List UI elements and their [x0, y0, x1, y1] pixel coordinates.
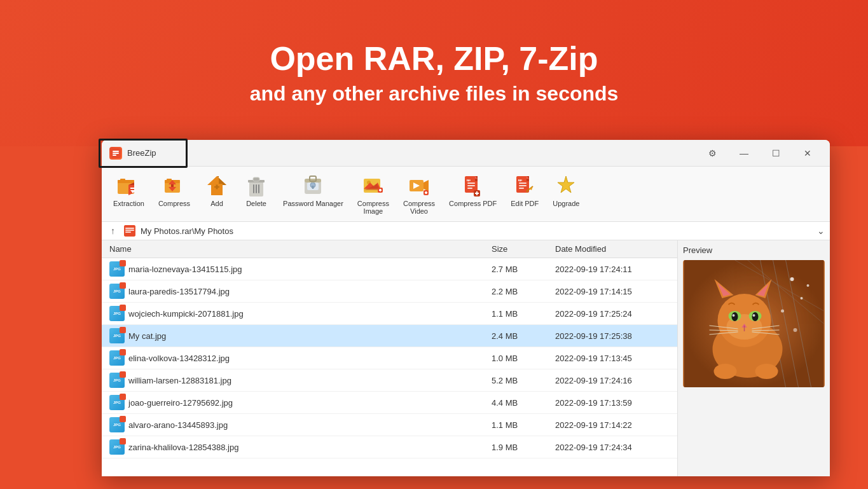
extraction-label: Extraction — [113, 200, 144, 207]
table-row[interactable]: JPG joao-guerreiro-12795692.jpg 4.4 MB 2… — [102, 392, 677, 414]
svg-rect-26 — [258, 184, 259, 193]
app-icon — [109, 147, 122, 160]
close-button[interactable]: ✕ — [793, 144, 822, 163]
file-name-cell: JPG william-larsen-12883181.jpg — [109, 373, 492, 388]
file-icon: JPG — [109, 306, 125, 321]
file-date: 2022-09-19 17:13:45 — [555, 354, 670, 363]
compress-pdf-label: Compress PDF — [449, 200, 497, 207]
file-icon: JPG — [109, 284, 125, 299]
file-date: 2022-09-19 17:14:15 — [555, 287, 670, 296]
svg-point-105 — [807, 284, 809, 287]
compress-pdf-icon: PDF — [460, 173, 486, 198]
toolbar-compress[interactable]: Compress — [152, 170, 196, 210]
table-row[interactable]: JPG laura-paredis-13517794.jpg 2.2 MB 20… — [102, 280, 677, 303]
file-size: 5.2 MB — [492, 376, 555, 385]
column-size: Size — [492, 244, 555, 254]
minimize-button[interactable]: — — [729, 144, 759, 163]
file-name-cell: JPG maria-loznevaya-13415115.jpg — [109, 261, 492, 277]
column-name: Name — [109, 244, 492, 254]
file-name: elina-volkova-13428312.jpg — [128, 354, 230, 363]
file-date: 2022-09-19 17:24:16 — [555, 376, 670, 385]
delete-icon — [244, 173, 269, 198]
table-row-selected[interactable]: JPG My cat.jpg 2.4 MB 2022-09-19 17:25:3… — [102, 325, 677, 347]
svg-point-101 — [755, 364, 778, 379]
table-row[interactable]: JPG zarina-khalilova-12854388.jpg 1.9 MB… — [102, 436, 677, 458]
maximize-button[interactable]: ☐ — [761, 144, 790, 163]
table-row[interactable]: JPG maria-loznevaya-13415115.jpg 2.7 MB … — [102, 258, 677, 280]
settings-button[interactable]: ⚙ — [698, 144, 727, 163]
file-name-cell: JPG laura-paredis-13517794.jpg — [109, 284, 492, 299]
add-icon — [204, 173, 230, 198]
file-date: 2022-09-19 17:14:22 — [555, 420, 670, 430]
toolbar-compress-image[interactable]: CompressImage — [351, 170, 396, 217]
file-name: My cat.jpg — [128, 331, 166, 341]
table-row[interactable]: JPG wojciech-kumpicki-2071881.jpg 1.1 MB… — [102, 303, 677, 325]
svg-point-103 — [801, 297, 803, 300]
svg-rect-30 — [312, 186, 314, 189]
file-name: laura-paredis-13517794.jpg — [128, 287, 230, 296]
compress-image-label: CompressImage — [357, 200, 389, 215]
file-name-cell: JPG elina-volkova-13428312.jpg — [109, 350, 492, 366]
toolbar: Extraction Compress — [102, 167, 830, 222]
svg-point-100 — [714, 364, 737, 379]
svg-rect-70 — [125, 228, 134, 229]
file-name: alvaro-arano-13445893.jpg — [128, 420, 228, 430]
toolbar-add[interactable]: Add — [198, 170, 236, 210]
svg-rect-2 — [113, 153, 119, 154]
svg-rect-49 — [467, 183, 475, 184]
file-size: 4.4 MB — [492, 398, 555, 408]
svg-marker-41 — [424, 180, 429, 191]
addressbar-path: My Photos.rar\My Photos — [141, 226, 812, 236]
app-window: BreeZip ⚙ — ☐ ✕ Extraction — [102, 140, 830, 476]
file-name-cell: JPG joao-guerreiro-12795692.jpg — [109, 395, 492, 410]
compress-video-icon — [406, 173, 432, 198]
upgrade-label: Upgrade — [553, 200, 579, 207]
svg-rect-1 — [113, 151, 119, 152]
toolbar-upgrade[interactable]: Upgrade — [546, 170, 586, 210]
titlebar-controls: ⚙ — ☐ ✕ — [698, 144, 822, 163]
svg-rect-23 — [253, 177, 259, 181]
main-area: Name Size Date Modified JPG maria-loznev… — [102, 240, 830, 476]
file-name-cell: JPG My cat.jpg — [109, 328, 492, 343]
toolbar-password[interactable]: Password Manager — [277, 170, 350, 210]
svg-point-106 — [794, 328, 797, 332]
hero-title: Open RAR, ZIP, 7-Zip — [270, 41, 598, 77]
table-row[interactable]: JPG william-larsen-12883181.jpg 5.2 MB 2… — [102, 369, 677, 392]
extraction-icon — [116, 173, 141, 198]
file-date: 2022-09-19 17:13:59 — [555, 398, 670, 408]
addressbar-up-button[interactable]: ↑ — [107, 224, 119, 237]
svg-rect-24 — [253, 184, 254, 193]
toolbar-compress-pdf[interactable]: PDF Compress PDF — [443, 170, 503, 210]
file-list-header: Name Size Date Modified — [102, 240, 677, 258]
password-icon — [300, 173, 326, 198]
svg-text:PDF: PDF — [519, 179, 525, 182]
toolbar-compress-video[interactable]: CompressVideo — [397, 170, 441, 217]
svg-point-102 — [790, 277, 794, 281]
toolbar-extraction[interactable]: Extraction — [107, 170, 151, 210]
file-size: 2.2 MB — [492, 287, 555, 296]
file-date: 2022-09-19 17:24:11 — [555, 265, 670, 274]
svg-rect-20 — [216, 185, 218, 189]
svg-rect-13 — [167, 179, 172, 182]
file-name: maria-loznevaya-13415115.jpg — [128, 265, 242, 274]
file-icon: JPG — [109, 439, 125, 455]
svg-rect-6 — [120, 179, 125, 182]
file-size: 1.0 MB — [492, 354, 555, 363]
toolbar-edit-pdf[interactable]: PDF Edit PDF — [504, 170, 545, 210]
file-icon: JPG — [109, 417, 125, 432]
file-size: 2.7 MB — [492, 265, 555, 274]
table-row[interactable]: JPG elina-volkova-13428312.jpg 1.0 MB 20… — [102, 347, 677, 369]
preview-panel: Preview — [677, 240, 830, 476]
file-name: william-larsen-12883181.jpg — [128, 376, 231, 385]
toolbar-delete[interactable]: Delete — [237, 170, 275, 210]
file-icon: JPG — [109, 261, 125, 277]
svg-rect-72 — [125, 231, 131, 233]
edit-pdf-label: Edit PDF — [511, 200, 539, 207]
hero-section: Open RAR, ZIP, 7-Zip and any other archi… — [0, 0, 868, 146]
svg-point-91 — [753, 314, 755, 317]
table-row[interactable]: JPG alvaro-arano-13445893.jpg 1.1 MB 202… — [102, 414, 677, 436]
upgrade-icon — [553, 173, 579, 198]
column-date: Date Modified — [555, 244, 670, 254]
edit-pdf-icon: PDF — [512, 173, 537, 198]
svg-point-104 — [781, 310, 784, 313]
